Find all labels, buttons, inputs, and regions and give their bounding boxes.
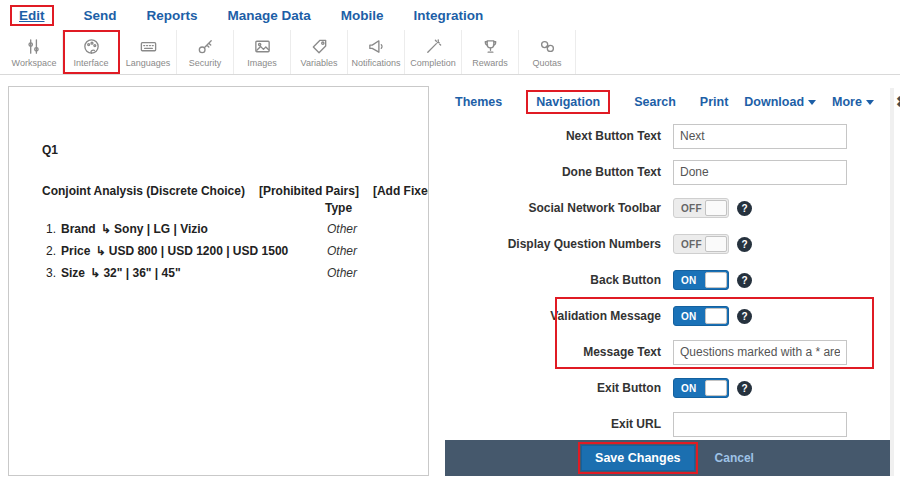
survey-preview-panel: Q1 Conjoint Analysis (Discrete Choice) […	[8, 86, 429, 476]
toolbar-item-label: Workspace	[12, 58, 57, 68]
cancel-link[interactable]: Cancel	[715, 451, 754, 465]
toggle-state-label: ON	[674, 311, 697, 322]
toolbar-item-label: Languages	[126, 58, 171, 68]
menu-item-mobile[interactable]: Mobile	[341, 8, 384, 23]
tab-navigation[interactable]: Navigation	[526, 90, 610, 114]
back-button-toggle[interactable]: ON	[673, 270, 729, 290]
question-header: Conjoint Analysis (Discrete Choice) [Pro…	[42, 184, 428, 198]
download-label: Download	[744, 95, 804, 109]
conjoint-attribute-row: 3. Size ↳ 32" | 36" | 45" Other	[46, 265, 428, 281]
add-fixed-tasks-link[interactable]: [Add Fixed Tasks	[373, 184, 429, 198]
prohibited-pairs-link[interactable]: [Prohibited Pairs]	[259, 184, 359, 198]
menubar: Edit Send Reports Manage Data Mobile Int…	[0, 0, 900, 30]
setting-label: Message Text	[445, 345, 673, 359]
tab-search[interactable]: Search	[634, 95, 676, 109]
tag-icon	[310, 37, 329, 56]
toolbar-item-interface[interactable]: Interface	[63, 30, 120, 74]
toggle-knob	[705, 272, 727, 288]
toolbar-item-label: Interface	[73, 58, 108, 68]
tab-themes[interactable]: Themes	[455, 95, 502, 109]
megaphone-icon	[367, 37, 386, 56]
row-number: 2.	[46, 243, 56, 259]
menu-item-integration[interactable]: Integration	[414, 8, 484, 23]
row-number: 1.	[46, 221, 56, 237]
setting-label: Display Question Numbers	[445, 237, 673, 251]
settings-tabbar: Themes Navigation Search Print Download …	[445, 88, 890, 116]
toolbar-item-rewards[interactable]: Rewards	[462, 30, 519, 74]
attribute-type: Other	[327, 221, 357, 237]
toggle-knob	[705, 200, 727, 216]
next-button-text-input[interactable]	[673, 124, 847, 149]
key-icon	[196, 37, 215, 56]
setting-row-social-network-toolbar: Social Network Toolbar OFF ?	[445, 190, 890, 226]
toolbar-item-completion[interactable]: Completion	[405, 30, 462, 74]
menu-item-edit[interactable]: Edit	[10, 5, 54, 26]
help-icon[interactable]: ?	[737, 201, 752, 216]
sliders-icon	[25, 37, 44, 56]
attribute-levels: ↳ 32" | 36" | 45"	[90, 265, 181, 281]
toolbar-item-notifications[interactable]: Notifications	[348, 30, 405, 74]
toggle-state-label: ON	[674, 383, 697, 394]
attribute-type: Other	[327, 265, 357, 281]
panel-actions: Print Download More ✖	[700, 93, 900, 111]
chevron-down-icon	[808, 100, 816, 105]
toggle-state-label: OFF	[674, 239, 702, 250]
exit-url-input[interactable]	[673, 412, 847, 437]
setting-row-next-button-text: Next Button Text	[445, 118, 890, 154]
menu-item-manage-data[interactable]: Manage Data	[228, 8, 311, 23]
palette-icon	[82, 37, 101, 56]
help-icon[interactable]: ?	[737, 381, 752, 396]
help-icon[interactable]: ?	[737, 237, 752, 252]
settings-panel: Themes Navigation Search Print Download …	[445, 88, 894, 476]
validation-message-toggle[interactable]: ON	[673, 306, 729, 326]
attribute-name: Brand	[61, 221, 96, 237]
toolbar-item-security[interactable]: Security	[177, 30, 234, 74]
question-title: Conjoint Analysis (Discrete Choice)	[42, 184, 245, 198]
toolbar-item-languages[interactable]: Languages	[120, 30, 177, 74]
wand-icon	[424, 37, 443, 56]
close-icon[interactable]: ✖	[896, 93, 900, 111]
trophy-icon	[481, 37, 500, 56]
toolbar-item-quotas[interactable]: Quotas	[519, 30, 576, 74]
toolbar-item-variables[interactable]: Variables	[291, 30, 348, 74]
image-icon	[253, 37, 272, 56]
toggle-knob	[705, 236, 727, 252]
toolbar-item-images[interactable]: Images	[234, 30, 291, 74]
toggle-state-label: ON	[674, 275, 697, 286]
done-button-text-input[interactable]	[673, 160, 847, 185]
menu-item-reports[interactable]: Reports	[147, 8, 198, 23]
setting-label: Back Button	[445, 273, 673, 287]
attribute-name: Price	[61, 243, 90, 259]
chevron-down-icon	[866, 100, 874, 105]
validation-annotation-group: Validation Message ON ? Message Text	[445, 298, 890, 370]
more-label: More	[832, 95, 862, 109]
more-link[interactable]: More	[832, 95, 874, 109]
help-icon[interactable]: ?	[737, 273, 752, 288]
setting-label: Exit Button	[445, 381, 673, 395]
message-text-input[interactable]	[673, 340, 847, 365]
toggle-knob	[705, 380, 727, 396]
social-network-toolbar-toggle[interactable]: OFF	[673, 198, 729, 218]
attribute-type: Other	[327, 243, 357, 259]
setting-label: Validation Message	[445, 309, 673, 323]
help-icon[interactable]: ?	[737, 309, 752, 324]
print-link[interactable]: Print	[700, 95, 728, 109]
toggle-knob	[705, 308, 727, 324]
save-changes-button[interactable]: Save Changes	[581, 445, 694, 471]
toolbar-item-label: Images	[247, 58, 277, 68]
display-question-numbers-toggle[interactable]: OFF	[673, 234, 729, 254]
download-link[interactable]: Download	[744, 95, 816, 109]
menu-item-send[interactable]: Send	[84, 8, 117, 23]
keyboard-icon	[139, 37, 158, 56]
type-column-header: Type	[325, 201, 428, 215]
setting-label: Next Button Text	[445, 129, 673, 143]
exit-button-toggle[interactable]: ON	[673, 378, 729, 398]
navigation-settings-form: Next Button Text Done Button Text Social…	[445, 118, 890, 442]
toolbar-item-label: Quotas	[532, 58, 561, 68]
toolbar: Workspace Interface Languages Security I…	[0, 30, 900, 75]
setting-row-done-button-text: Done Button Text	[445, 154, 890, 190]
toolbar-item-label: Notifications	[351, 58, 400, 68]
question-id: Q1	[42, 143, 428, 157]
setting-row-message-text: Message Text	[445, 334, 890, 370]
toolbar-item-workspace[interactable]: Workspace	[6, 30, 63, 74]
